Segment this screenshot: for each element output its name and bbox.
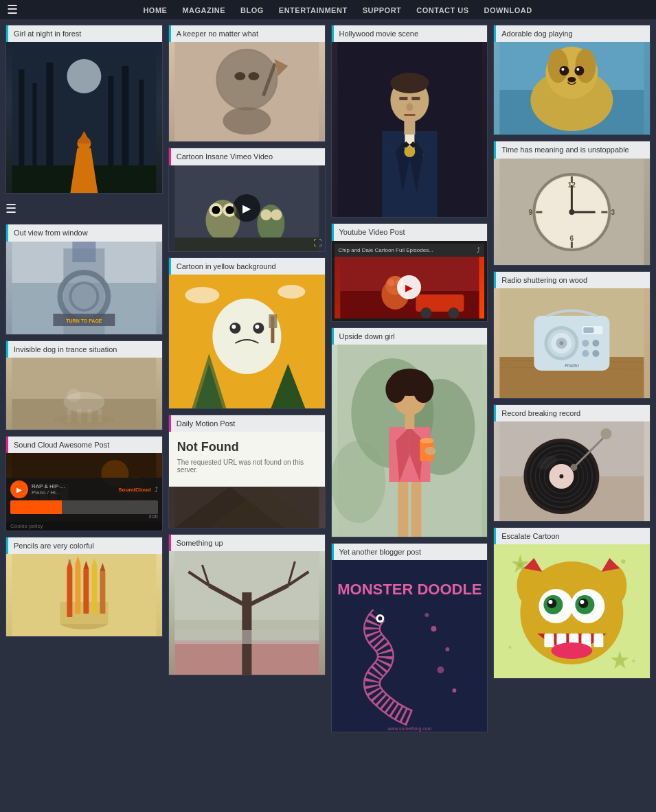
svg-rect-109 xyxy=(411,97,420,100)
svg-text:9: 9 xyxy=(529,209,533,216)
svg-point-1 xyxy=(67,59,101,93)
card-pencils[interactable]: Pencils are very colorful xyxy=(5,537,163,637)
card-record[interactable]: Record breaking record xyxy=(493,404,651,522)
column-3: Hollywood movie scene xyxy=(331,25,488,732)
card-title-clock: Time has meaning and is unstoppable xyxy=(494,141,650,158)
nav-hamburger[interactable]: ☰ xyxy=(7,2,18,17)
card-title-dog: Adorable dog playing xyxy=(494,25,650,42)
card-youtube[interactable]: Youtube Video Post Chip and Dale Cartoon… xyxy=(331,223,488,321)
column-4: Adorable dog playing xyxy=(493,25,651,679)
card-cartoon-yellow[interactable]: Cartoon in yellow background xyxy=(168,257,326,409)
yt-share-icon[interactable]: ⤴ xyxy=(477,246,480,254)
svg-point-212 xyxy=(622,559,626,564)
card-title-record: Record breaking record xyxy=(494,405,650,421)
svg-point-157 xyxy=(548,49,569,83)
svg-point-192 xyxy=(593,340,600,347)
svg-text:TURN TO PAGE: TURN TO PAGE xyxy=(66,318,102,323)
card-title-vimeo: Cartoon Insane Vimeo Video xyxy=(169,148,325,165)
sc-time: 3:00 xyxy=(10,514,158,519)
sc-cookie-policy[interactable]: Cookie policy xyxy=(6,522,162,531)
nav-download[interactable]: DOWNLOAD xyxy=(484,6,532,14)
svg-point-178 xyxy=(569,209,575,215)
video-play-button[interactable]: ▶ xyxy=(233,194,260,222)
card-girl-forest[interactable]: Girl at night in forest xyxy=(5,25,163,194)
svg-point-76 xyxy=(255,325,259,329)
yt-video-title: Chip and Dale Cartoon Full Episodes... xyxy=(339,247,433,253)
svg-point-146 xyxy=(378,616,382,620)
svg-point-114 xyxy=(392,151,393,152)
card-title-cartoon-yellow: Cartoon in yellow background xyxy=(169,258,325,275)
svg-point-142 xyxy=(425,447,436,455)
svg-rect-49 xyxy=(91,566,97,614)
card-escalate-cartoon[interactable]: Escalate Cartoon xyxy=(493,527,651,679)
nav-contact[interactable]: CONTACT US xyxy=(416,6,468,14)
sc-track-sub: Piano / Hi... xyxy=(32,489,115,496)
card-radio[interactable]: Radio shuttering on wood xyxy=(493,271,651,399)
svg-point-151 xyxy=(425,613,429,617)
column-1: Girl at night in forest xyxy=(5,25,163,637)
svg-rect-131 xyxy=(411,475,421,537)
card-title-something-up: Something up xyxy=(169,535,325,551)
svg-point-65 xyxy=(212,206,220,214)
svg-rect-108 xyxy=(399,97,407,100)
card-soundcloud[interactable]: Sound Cloud Awesome Post xyxy=(5,436,163,531)
svg-text:www.something.com: www.something.com xyxy=(387,726,431,732)
card-title-pencils: Pencils are very colorful xyxy=(6,537,162,554)
card-invisible-dog[interactable]: Invisible dog in trance situation xyxy=(5,340,163,430)
svg-rect-47 xyxy=(83,569,89,614)
svg-point-115 xyxy=(426,148,427,149)
card-vimeo[interactable]: Cartoon Insane Vimeo Video xyxy=(168,148,326,251)
sc-track-title: RAP & HIP-... xyxy=(32,483,115,489)
svg-text:MONSTER DOODLE: MONSTER DOODLE xyxy=(337,581,482,598)
expand-icon[interactable]: ⛶ xyxy=(313,238,321,248)
card-hollywood[interactable]: Hollywood movie scene xyxy=(331,25,488,218)
svg-rect-97 xyxy=(174,630,319,644)
nav-blog[interactable]: BLOG xyxy=(240,6,264,14)
svg-point-29 xyxy=(53,414,115,425)
nav-support[interactable]: SUPPORT xyxy=(363,6,402,14)
sc-play-button[interactable]: ▶ xyxy=(10,480,28,498)
card-adorable-dog[interactable]: Adorable dog playing xyxy=(493,25,651,135)
svg-point-191 xyxy=(583,340,589,347)
svg-point-136 xyxy=(420,438,433,443)
svg-text:6: 6 xyxy=(570,235,574,242)
card-title-escalate: Escalate Cartoon xyxy=(494,528,650,544)
card-blogger[interactable]: Yet another blogger post MONSTER DOODLE xyxy=(331,543,488,732)
yt-thumbnail[interactable]: ▶ xyxy=(335,257,485,318)
card-title-radio: Radio shuttering on wood xyxy=(494,272,650,288)
svg-point-161 xyxy=(562,68,565,71)
card-upside-down-girl[interactable]: Upside down girl xyxy=(331,327,488,537)
card-title-hollywood: Hollywood movie scene xyxy=(332,25,488,42)
sc-share-icon[interactable]: ⤴ xyxy=(155,486,158,494)
card-something-up[interactable]: Something up xyxy=(168,534,326,675)
svg-rect-234 xyxy=(594,634,604,647)
sc-waveform xyxy=(10,500,158,514)
svg-point-24 xyxy=(67,388,80,402)
svg-point-116 xyxy=(422,154,424,156)
card-keeper[interactable]: A keeper no matter what xyxy=(168,25,326,142)
sc-soundcloud-logo: SoundCloud xyxy=(118,487,151,493)
card-title-upside-down: Upside down girl xyxy=(332,328,488,345)
svg-point-160 xyxy=(575,66,585,76)
svg-point-235 xyxy=(552,642,593,659)
nav-home[interactable]: HOME xyxy=(143,6,167,14)
card-clock[interactable]: Time has meaning and is unstoppable 12 xyxy=(493,141,651,265)
svg-point-57 xyxy=(248,72,259,80)
svg-point-56 xyxy=(234,72,245,80)
nav-entertainment[interactable]: ENTERTAINMENT xyxy=(279,6,348,14)
svg-point-188 xyxy=(560,341,564,345)
card-window-view[interactable]: Out view from window TURN TO PAGE xyxy=(5,224,163,334)
card-title-daily-motion: Daily Motion Post xyxy=(169,415,325,432)
svg-rect-45 xyxy=(75,564,80,614)
card-title-invisible-dog: Invisible dog in trance situation xyxy=(6,341,162,358)
svg-point-124 xyxy=(420,308,431,318)
svg-rect-42 xyxy=(67,568,72,617)
not-found-text: The requested URL was not found on this … xyxy=(177,459,317,474)
not-found-content: Not Found The requested URL was not foun… xyxy=(169,432,325,487)
svg-rect-190 xyxy=(584,327,594,333)
nav-magazine[interactable]: MAGAZINE xyxy=(182,6,225,14)
svg-point-75 xyxy=(231,325,236,329)
svg-point-150 xyxy=(452,688,456,693)
card-daily-motion[interactable]: Daily Motion Post Not Found The requeste… xyxy=(168,415,326,529)
sidebar-menu-1[interactable]: ☰ xyxy=(5,199,163,218)
